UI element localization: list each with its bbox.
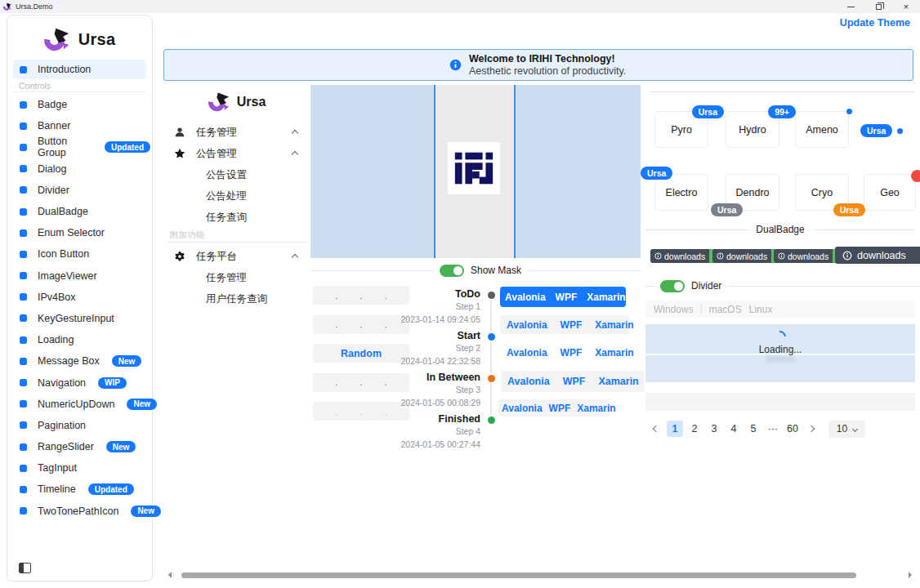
tab-linux[interactable]: Linux [749, 304, 773, 315]
menu-group-task-platform[interactable]: 任务平台 [163, 246, 310, 267]
sidebar-item-taginput[interactable]: TagInput [13, 457, 150, 479]
avalonia-button[interactable]: Avalonia [501, 376, 556, 387]
gear-icon [173, 251, 186, 262]
menu-item-announcement-settings[interactable]: 公告设置 [163, 164, 310, 185]
menu-item-task-management[interactable]: 任务管理 [163, 267, 310, 288]
sidebar-item-divider[interactable]: Divider [13, 180, 150, 201]
sidebar-item-numericupdown[interactable]: NumericUpDownNew [13, 394, 150, 415]
page-size-select[interactable]: 10 [828, 421, 865, 438]
bullet-icon [20, 186, 27, 194]
menu-group-task-management[interactable]: 任务管理 [163, 122, 310, 143]
ursa-badge: Ursa [692, 105, 724, 118]
close-icon: × [904, 2, 909, 11]
sidebar-items: Badge Banner Button GroupUpdated Dialog … [13, 94, 150, 522]
chevron-up-icon [292, 151, 298, 158]
bullet-icon [20, 314, 27, 322]
brand-name: Ursa [237, 95, 266, 109]
sidebar-item-navigation[interactable]: NavigationWIP [13, 372, 150, 393]
horizontal-scrollbar-thumb[interactable] [181, 572, 856, 578]
minimize-button[interactable] [837, 0, 864, 13]
tab-separator [701, 305, 702, 314]
scroll-left-arrow[interactable] [165, 572, 172, 578]
sidebar-item-keygestureinput[interactable]: KeyGestureInput [13, 308, 150, 329]
maximize-button[interactable] [864, 0, 892, 13]
dot-badge-standalone [897, 128, 903, 134]
button-group-wide: Avalonia WPF Xamarin [501, 371, 645, 392]
sidebar-item-ipv4box[interactable]: IPv4Box [13, 287, 150, 308]
sidebar-item-dialog[interactable]: Dialog [13, 158, 150, 180]
sidebar-item-timeline[interactable]: TimelineUpdated [13, 479, 150, 500]
bullet-icon [20, 122, 27, 130]
image-viewer[interactable] [310, 85, 641, 258]
next-page-button[interactable] [804, 421, 819, 437]
update-theme-button[interactable]: Update Theme [837, 15, 913, 31]
tab-windows[interactable]: Windows [654, 304, 694, 315]
sidebar-item-button-group[interactable]: Button GroupUpdated [13, 136, 150, 158]
ursa-demo-window: { "window": { "title": "Ursa.Demo", "clo… [0, 0, 920, 588]
sidebar-item-imageviewer[interactable]: ImageViewer [13, 265, 150, 287]
wpf-button[interactable]: WPF [551, 292, 583, 303]
divider-toggle[interactable] [660, 280, 685, 292]
dual-badge-large: downloads 2.4k [835, 247, 920, 264]
red-dot-badge [911, 170, 920, 182]
xamarin-button[interactable]: Xamarin [588, 347, 640, 359]
show-mask-label: Show Mask [471, 265, 521, 276]
bullet-icon [20, 144, 27, 151]
crop-line-right [514, 85, 516, 258]
avalonia-button[interactable]: Avalonia [500, 319, 554, 331]
sidebar-item-enum-selector[interactable]: Enum Selector [13, 222, 150, 243]
sidebar-item-loading[interactable]: Loading [13, 329, 150, 350]
previous-page-button[interactable] [649, 421, 663, 437]
page-button-60[interactable]: 60 [784, 421, 801, 437]
timeline-connector [490, 296, 492, 421]
scroll-right-arrow[interactable] [909, 572, 915, 578]
sidebar-item-twotonepathicon[interactable]: TwoTonePathIconNew [13, 501, 150, 522]
avalonia-button[interactable]: Avalonia [500, 292, 551, 303]
sidebar-item-rangeslider[interactable]: RangeSliderNew [13, 436, 150, 457]
menu-group-announcement[interactable]: 公告管理 [163, 143, 310, 164]
xamarin-button[interactable]: Xamarin [592, 376, 645, 387]
sidebar-section-divider [14, 91, 145, 92]
ursa-badge-standalone: Ursa [860, 124, 892, 137]
ursa-badge-orange: Ursa [833, 203, 865, 216]
sidebar-item-pagination[interactable]: Pagination [13, 415, 150, 436]
show-mask-toggle[interactable] [440, 265, 464, 277]
page-ellipsis[interactable]: ··· [765, 421, 781, 437]
xamarin-button[interactable]: Xamarin [582, 292, 630, 303]
sidebar-item-badge[interactable]: Badge [13, 94, 150, 115]
timeline-dot-start [488, 333, 495, 341]
sidebar-item-introduction[interactable]: Introduction [13, 60, 146, 79]
page-button-4[interactable]: 4 [726, 421, 742, 437]
avalonia-button[interactable]: Avalonia [498, 403, 546, 414]
sidebar-item-dualbadge[interactable]: DualBadge [13, 201, 150, 222]
close-button[interactable]: × [892, 0, 920, 13]
badge-card-dendro: Dendro Ursa [726, 174, 779, 211]
info-circle-icon [842, 251, 852, 261]
bullet-icon [20, 486, 27, 493]
tab-macos[interactable]: macOS [709, 304, 742, 315]
wpf-button[interactable]: WPF [554, 347, 589, 359]
bullet-icon [20, 421, 27, 429]
page-button-1[interactable]: 1 [667, 421, 683, 437]
avalonia-button[interactable]: Avalonia [500, 347, 554, 359]
wpf-button[interactable]: WPF [554, 319, 589, 331]
viewer-mask-left [310, 85, 435, 258]
dualbadge-divider-label: DualBadge [756, 224, 804, 235]
xamarin-button[interactable]: Xamarin [588, 319, 640, 331]
xamarin-button[interactable]: Xamarin [574, 403, 619, 414]
page-button-2[interactable]: 2 [686, 421, 703, 437]
welcome-banner: Welcome to IRIHI Technology! Aesthetic r… [163, 49, 913, 81]
person-icon [173, 127, 186, 138]
menu-item-task-query[interactable]: 任务查询 [163, 207, 310, 228]
sidebar-item-banner[interactable]: Banner [13, 115, 150, 136]
menu-item-user-task-query[interactable]: 用户任务查询 [163, 288, 310, 310]
menu-item-announcement-process[interactable]: 公告处理 [163, 185, 310, 207]
collapse-sidebar-icon[interactable] [19, 563, 31, 573]
page-button-3[interactable]: 3 [706, 421, 722, 437]
page-button-5[interactable]: 5 [745, 421, 761, 437]
wpf-button[interactable]: WPF [546, 403, 574, 414]
sidebar-item-message-box[interactable]: Message BoxNew [13, 350, 150, 372]
sidebar-item-icon-button[interactable]: Icon Button [13, 243, 150, 265]
badge-card-electro: Electro Ursa [654, 174, 708, 211]
wpf-button[interactable]: WPF [556, 376, 592, 387]
